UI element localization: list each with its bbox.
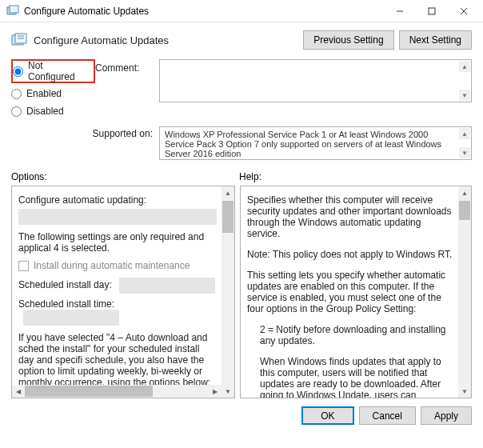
highlight-not-configured: Not Configured (11, 59, 95, 83)
svg-rect-1 (10, 6, 18, 13)
next-setting-button[interactable]: Next Setting (399, 30, 472, 50)
scrollbar-thumb[interactable] (459, 201, 470, 220)
install-during-maintenance-checkbox[interactable]: Install during automatic maintenance (18, 260, 217, 271)
scheduled-day-label: Scheduled install day: (18, 279, 112, 290)
install-during-maintenance-label: Install during automatic maintenance (34, 260, 190, 271)
options-panel: Configure automatic updating: The follow… (11, 186, 235, 398)
titlebar: Configure Automatic Updates (0, 0, 483, 22)
cancel-button[interactable]: Cancel (359, 406, 416, 425)
ok-button[interactable]: OK (301, 406, 353, 425)
section-headers: Options: Help: (0, 166, 483, 186)
help-p2: Note: This policy does not apply to Wind… (247, 249, 453, 260)
scroll-up-icon[interactable]: ▲ (222, 186, 234, 199)
scrollbar-thumb[interactable] (222, 201, 234, 233)
maximize-button[interactable] (416, 1, 448, 22)
app-icon (6, 5, 19, 18)
help-vscrollbar[interactable]: ▲ ▼ (458, 186, 471, 398)
scroll-left-icon[interactable]: ◀ (12, 385, 25, 398)
scroll-up-icon[interactable]: ▲ (459, 128, 470, 139)
help-panel: Specifies whether this computer will rec… (240, 186, 472, 398)
radio-not-configured-input[interactable] (13, 66, 23, 77)
window-controls (384, 1, 480, 22)
options-heading: Options: (11, 171, 239, 182)
panels: Configure automatic updating: The follow… (0, 186, 483, 398)
options-note: The following settings are only required… (18, 231, 217, 254)
radio-enabled-input[interactable] (11, 89, 22, 99)
radio-disabled-input[interactable] (11, 106, 22, 117)
radio-not-configured[interactable]: Not Configured (13, 62, 90, 80)
help-p3: This setting lets you specify whether au… (247, 270, 453, 314)
configure-updating-label: Configure automatic updating: (18, 194, 217, 206)
scroll-down-icon[interactable]: ▼ (222, 385, 234, 398)
radio-group: Not Configured Enabled Disabled (11, 59, 95, 120)
minimize-button[interactable] (384, 1, 416, 22)
configure-updating-dropdown[interactable] (18, 209, 217, 225)
scheduled-day-dropdown[interactable] (119, 278, 215, 294)
header: Configure Automatic Updates Previous Set… (0, 22, 483, 54)
previous-setting-button[interactable]: Previous Setting (303, 30, 393, 50)
scroll-down-icon[interactable]: ▼ (459, 147, 470, 158)
scroll-right-icon[interactable]: ▶ (209, 385, 222, 398)
page-title: Configure Automatic Updates (34, 34, 298, 46)
config-state-section: Not Configured Enabled Disabled Comment:… (0, 54, 483, 123)
supported-textbox: Windows XP Professional Service Pack 1 o… (159, 126, 472, 160)
scrollbar-thumb[interactable] (25, 386, 153, 397)
radio-not-configured-label: Not Configured (28, 60, 90, 82)
supported-text: Windows XP Professional Service Pack 1 o… (165, 130, 441, 158)
comment-textarea[interactable]: ▲ ▼ (159, 59, 472, 102)
scroll-down-icon[interactable]: ▼ (459, 90, 470, 101)
help-p1: Specifies whether this computer will rec… (247, 194, 453, 239)
scroll-down-icon[interactable]: ▼ (458, 385, 471, 398)
help-heading: Help: (239, 171, 472, 182)
supported-row: Supported on: Windows XP Professional Se… (0, 123, 483, 166)
scroll-up-icon[interactable]: ▲ (458, 186, 471, 199)
radio-disabled[interactable]: Disabled (11, 102, 95, 120)
radio-enabled-label: Enabled (26, 88, 62, 99)
supported-label: Supported on: (11, 126, 159, 160)
close-button[interactable] (448, 1, 480, 22)
scheduled-time-dropdown[interactable] (23, 310, 119, 326)
apply-button[interactable]: Apply (421, 406, 472, 425)
help-opt2: 2 = Notify before downloading and instal… (247, 324, 453, 346)
comment-label: Comment: (95, 59, 159, 120)
svg-rect-3 (429, 8, 435, 14)
auto-download-paragraph: If you have selected "4 – Auto download … (18, 332, 217, 388)
checkbox-box-icon (18, 261, 29, 271)
scheduled-time-label: Scheduled install time: (18, 298, 114, 310)
dialog-footer: OK Cancel Apply (0, 398, 483, 433)
radio-disabled-label: Disabled (26, 106, 64, 117)
policy-icon (11, 32, 27, 48)
radio-enabled[interactable]: Enabled (11, 85, 95, 102)
window-title: Configure Automatic Updates (24, 6, 384, 17)
options-hscrollbar[interactable]: ◀ ▶ (12, 385, 222, 398)
help-p4: When Windows finds updates that apply to… (247, 356, 453, 398)
options-vscrollbar[interactable]: ▲ ▼ (222, 186, 234, 398)
scroll-up-icon[interactable]: ▲ (459, 61, 470, 72)
